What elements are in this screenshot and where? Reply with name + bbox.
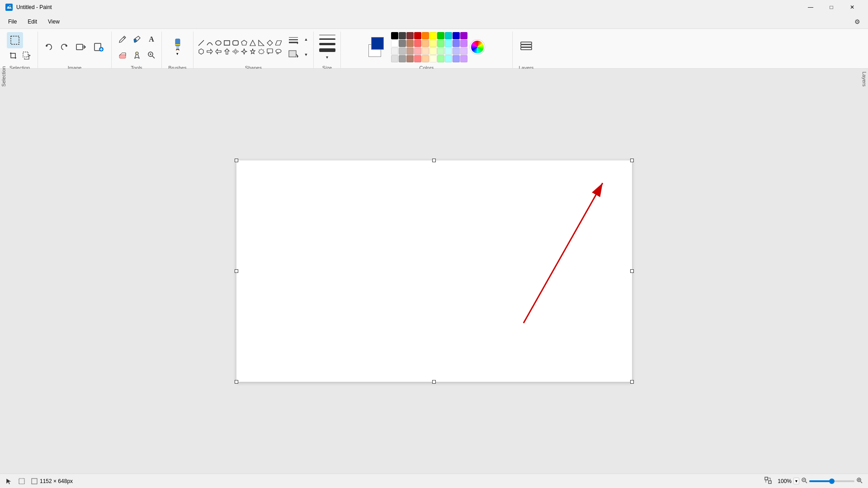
- color-brown[interactable]: [406, 40, 414, 47]
- color-picker-button[interactable]: [130, 48, 144, 62]
- zoom-dropdown[interactable]: ▾: [793, 478, 799, 484]
- callout-rect-shape[interactable]: [266, 47, 274, 56]
- color-silver[interactable]: [399, 47, 406, 55]
- fill-button[interactable]: [130, 32, 144, 47]
- color-lightorange[interactable]: [422, 40, 429, 47]
- size-1-button[interactable]: [318, 34, 336, 36]
- handle-tr[interactable]: [630, 159, 634, 162]
- color-pale-cyan[interactable]: [445, 55, 452, 62]
- select-dropdown-button[interactable]: [20, 49, 33, 62]
- four-arrow-shape[interactable]: [231, 47, 240, 56]
- color-orange[interactable]: [422, 32, 429, 39]
- color-tan[interactable]: [406, 47, 414, 55]
- star5-shape[interactable]: [249, 47, 257, 56]
- line-shape[interactable]: [197, 39, 205, 47]
- brush-button[interactable]: ▾: [168, 35, 188, 59]
- fit-view-button[interactable]: [764, 477, 772, 485]
- color-rosewood[interactable]: [406, 55, 414, 62]
- maximize-button[interactable]: □: [821, 0, 842, 14]
- color-cream[interactable]: [429, 47, 437, 55]
- color-lilac[interactable]: [460, 47, 467, 55]
- color-white[interactable]: [391, 40, 398, 47]
- color-mint[interactable]: [437, 47, 444, 55]
- curve-shape[interactable]: [206, 39, 214, 47]
- zoom-out-button[interactable]: [801, 477, 807, 485]
- eraser-button[interactable]: [115, 48, 130, 62]
- fill-dropdown[interactable]: [285, 47, 302, 60]
- crop-button[interactable]: [7, 49, 19, 62]
- rect-shape[interactable]: [223, 39, 231, 47]
- color-lightcyan[interactable]: [445, 40, 452, 47]
- color-blue[interactable]: [453, 32, 460, 39]
- up-arrow-shape[interactable]: [223, 47, 231, 56]
- redo-button[interactable]: [57, 40, 71, 54]
- menu-file[interactable]: File: [4, 17, 21, 27]
- zoom-tool-button[interactable]: [144, 48, 159, 62]
- close-button[interactable]: ✕: [842, 0, 863, 14]
- left-arrow-shape[interactable]: [214, 47, 222, 56]
- text-button[interactable]: A: [144, 32, 159, 47]
- image-resize-button[interactable]: [72, 38, 90, 56]
- ellipse-shape[interactable]: [214, 39, 222, 47]
- callout-round-shape[interactable]: [274, 47, 283, 56]
- size-2-button[interactable]: [318, 38, 336, 41]
- handle-ml[interactable]: [235, 269, 238, 273]
- color-darkred[interactable]: [406, 32, 414, 39]
- color-periwinkle[interactable]: [453, 55, 460, 62]
- handle-bc[interactable]: [432, 380, 436, 384]
- color-sky[interactable]: [445, 47, 452, 55]
- diamond-shape[interactable]: [266, 39, 274, 47]
- settings-button[interactable]: ⚙: [850, 14, 864, 29]
- color-lightblue[interactable]: [453, 40, 460, 47]
- color-lightgreen[interactable]: [437, 40, 444, 47]
- color-pink[interactable]: [414, 47, 421, 55]
- color-purple[interactable]: [460, 32, 467, 39]
- color-darkgray[interactable]: [399, 32, 406, 39]
- color-pale-green[interactable]: [437, 55, 444, 62]
- color-yellow[interactable]: [429, 32, 437, 39]
- roundrect-shape[interactable]: [231, 39, 240, 47]
- rect-select-button[interactable]: [7, 32, 23, 48]
- color-lightred[interactable]: [414, 40, 421, 47]
- color-green[interactable]: [437, 32, 444, 39]
- handle-bl[interactable]: [235, 380, 238, 384]
- menu-view[interactable]: View: [43, 17, 64, 27]
- handle-br[interactable]: [630, 380, 634, 384]
- color-black[interactable]: [391, 32, 398, 39]
- size-4-button[interactable]: [318, 47, 336, 53]
- color-gray[interactable]: [399, 55, 406, 62]
- color-bisque[interactable]: [422, 55, 429, 62]
- handle-tc[interactable]: [432, 159, 436, 162]
- color-midgray[interactable]: [399, 40, 406, 47]
- canvas-surface[interactable]: [236, 160, 632, 382]
- menu-edit[interactable]: Edit: [23, 17, 42, 27]
- color-offwhite[interactable]: [391, 55, 398, 62]
- pentagon-shape[interactable]: [240, 39, 248, 47]
- color-lavender[interactable]: [453, 47, 460, 55]
- zoom-slider[interactable]: [809, 480, 854, 482]
- star4-shape[interactable]: [240, 47, 248, 56]
- layers-button[interactable]: [517, 38, 535, 56]
- zoom-in-button[interactable]: [856, 477, 863, 485]
- color-red[interactable]: [414, 32, 421, 39]
- pencil-button[interactable]: [115, 32, 130, 47]
- color-lightyellow[interactable]: [429, 40, 437, 47]
- star6-shape[interactable]: [257, 47, 265, 56]
- color-plum[interactable]: [460, 55, 467, 62]
- color-nearwhite[interactable]: [391, 47, 398, 55]
- zoom-thumb[interactable]: [829, 479, 835, 484]
- color-lightpurple[interactable]: [460, 40, 467, 47]
- canvas-area[interactable]: [0, 69, 868, 474]
- right-arrow-shape[interactable]: [206, 47, 214, 56]
- color-cyan[interactable]: [445, 32, 452, 39]
- shapes-scroll-down[interactable]: ▼: [302, 50, 310, 59]
- color-lightest-yellow[interactable]: [429, 55, 437, 62]
- minimize-button[interactable]: —: [800, 0, 821, 14]
- size-chevron[interactable]: ▾: [319, 54, 335, 61]
- fg-color[interactable]: [371, 37, 384, 50]
- color-peach[interactable]: [422, 47, 429, 55]
- size-3-button[interactable]: [318, 42, 336, 46]
- handle-mr[interactable]: [630, 269, 634, 273]
- undo-button[interactable]: [42, 40, 56, 54]
- handle-tl[interactable]: [235, 159, 238, 162]
